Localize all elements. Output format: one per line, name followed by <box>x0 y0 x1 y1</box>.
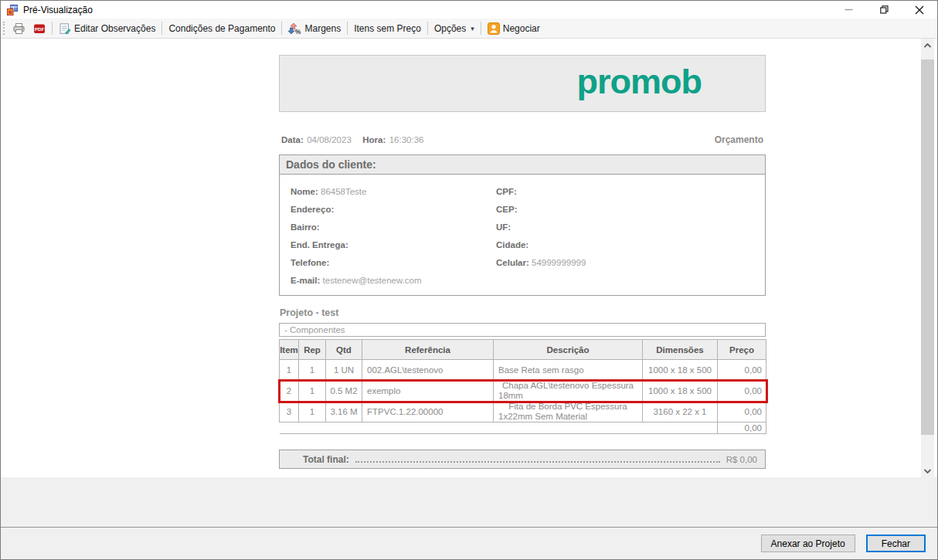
document-preview-area: promob Data: 04/08/2023 Hora: 16:30:36 O… <box>1 39 937 477</box>
components-group-header: - Componentes <box>279 323 766 337</box>
client-field: End. Entrega: <box>291 240 496 250</box>
scroll-up-button[interactable] <box>921 39 934 52</box>
chevron-up-icon <box>924 43 931 48</box>
toolbar-grip <box>3 22 5 35</box>
promob-logo: promob <box>577 64 702 104</box>
logo-box: promob <box>279 55 766 112</box>
col-header-preco: Preço <box>718 340 766 360</box>
attach-to-project-button[interactable]: Anexar ao Projeto <box>761 535 855 552</box>
toolbar: PDF Editar Observações Condições de Paga… <box>1 19 937 39</box>
footer-button-bar: Anexar ao Projeto Fechar <box>1 528 937 559</box>
scroll-down-button[interactable] <box>921 464 934 477</box>
payment-conditions-button[interactable]: Condições de Pagamento <box>165 20 279 37</box>
toolbar-separator <box>347 22 348 35</box>
margins-button[interactable]: % Margens <box>284 20 345 37</box>
edit-note-icon <box>59 22 71 35</box>
restore-icon <box>880 5 889 14</box>
toolbar-separator <box>481 22 481 35</box>
time-value: 16:30:36 <box>389 135 424 144</box>
close-icon <box>915 5 924 15</box>
table-header-row: Item Rep Qtd Referência Descrição Dimens… <box>280 340 766 360</box>
options-label: Opções <box>434 23 466 34</box>
client-data-section: Dados do cliente: Nome: 86458Teste Ender… <box>279 154 766 296</box>
table-row: 1 1 1 UN 002.AGL\testenovo Base Reta sem… <box>280 360 766 381</box>
toolbar-separator <box>52 22 53 35</box>
svg-text:PDF: PDF <box>35 26 45 32</box>
window-title: Pré-Visualização <box>23 5 93 15</box>
options-dropdown-button[interactable]: Opções ▾ <box>430 20 478 37</box>
margins-label: Margens <box>304 23 341 34</box>
payment-conditions-label: Condições de Pagamento <box>168 23 275 34</box>
client-field: Celular: 54999999999 <box>496 258 586 268</box>
col-header-referencia: Referência <box>362 340 494 360</box>
client-field: CEP: <box>496 205 586 215</box>
app-icon <box>6 4 19 16</box>
table-row-highlighted: 2 1 0.5 M2 exemplo Chapa AGL\testenovo E… <box>280 381 766 402</box>
total-final-label: Total final: <box>303 454 349 465</box>
client-fields-left: Nome: 86458Teste Endereço: Bairro: End. … <box>291 187 496 286</box>
pdf-icon: PDF <box>33 22 46 35</box>
scrollbar-thumb[interactable] <box>921 59 934 435</box>
edit-observations-label: Editar Observações <box>74 23 155 34</box>
titlebar: Pré-Visualização <box>1 1 937 19</box>
items-without-price-label: Itens sem Preço <box>354 23 421 34</box>
scrollbar-track[interactable] <box>921 52 934 464</box>
vertical-scrollbar[interactable] <box>921 39 934 477</box>
col-header-qtd: Qtd <box>326 340 362 360</box>
date-label: Data: <box>281 135 304 144</box>
time-label: Hora: <box>362 135 386 144</box>
minimize-button[interactable] <box>831 1 866 19</box>
subtotal-value: 0,00 <box>718 423 766 434</box>
close-button[interactable] <box>902 1 937 19</box>
client-field: Nome: 86458Teste <box>291 187 496 197</box>
date-row: Data: 04/08/2023 Hora: 16:30:36 Orçament… <box>279 132 766 146</box>
total-final-bar: Total final: R$ 0,00 <box>279 450 766 469</box>
client-field: UF: <box>496 222 586 232</box>
project-title: Projeto - test <box>279 307 766 318</box>
printer-icon <box>12 22 25 35</box>
margins-percent-icon: % <box>288 22 301 35</box>
toolbar-separator <box>281 22 282 35</box>
client-field: CPF: <box>496 187 586 197</box>
export-pdf-button[interactable]: PDF <box>29 20 49 37</box>
col-header-item: Item <box>280 340 299 360</box>
client-fields: Nome: 86458Teste Endereço: Bairro: End. … <box>280 175 765 295</box>
toolbar-separator <box>161 22 162 35</box>
negotiate-person-icon <box>488 22 500 35</box>
close-dialog-button[interactable]: Fechar <box>866 535 926 552</box>
col-header-dimensoes: Dimensões <box>643 340 718 360</box>
print-button[interactable] <box>8 20 29 37</box>
document-type-label: Orçamento <box>715 134 763 145</box>
col-header-descricao: Descrição <box>494 340 643 360</box>
col-header-rep: Rep <box>299 340 326 360</box>
chevron-down-icon: ▾ <box>471 25 474 32</box>
minimize-icon <box>845 5 853 14</box>
client-section-header: Dados do cliente: <box>280 155 765 175</box>
date-time: Data: 04/08/2023 Hora: 16:30:36 <box>281 132 423 146</box>
chevron-down-icon <box>924 469 931 473</box>
negotiate-button[interactable]: Negociar <box>484 20 544 37</box>
preview-window: Pré-Visualização <box>0 0 938 560</box>
edit-observations-button[interactable]: Editar Observações <box>55 20 159 37</box>
components-table: Item Rep Qtd Referência Descrição Dimens… <box>279 339 766 434</box>
total-final-value: R$ 0,00 <box>726 455 757 464</box>
subtotal-row: 0,00 <box>280 423 766 434</box>
client-field: Endereço: <box>291 205 496 215</box>
date-value: 04/08/2023 <box>307 135 352 144</box>
restore-button[interactable] <box>866 1 902 19</box>
svg-text:%: % <box>295 27 301 35</box>
client-fields-right: CPF: CEP: UF: Cidade: Celular: 549999999… <box>496 187 586 286</box>
table-row: 3 1 3.16 M FTPVC.1.22.00000 Fita de Bord… <box>280 402 766 423</box>
report-page: promob Data: 04/08/2023 Hora: 16:30:36 O… <box>279 55 766 469</box>
window-controls <box>831 1 937 19</box>
negotiate-label: Negociar <box>503 23 540 34</box>
toolbar-separator <box>427 22 428 35</box>
client-field: Cidade: <box>496 240 586 250</box>
client-field: Telefone: <box>291 258 496 268</box>
spacer-panel <box>1 477 937 527</box>
client-field: E-mail: testenew@testenew.com <box>291 276 496 286</box>
items-without-price-button[interactable]: Itens sem Preço <box>350 20 425 37</box>
dotted-leader <box>355 456 720 463</box>
client-field: Bairro: <box>291 222 496 232</box>
